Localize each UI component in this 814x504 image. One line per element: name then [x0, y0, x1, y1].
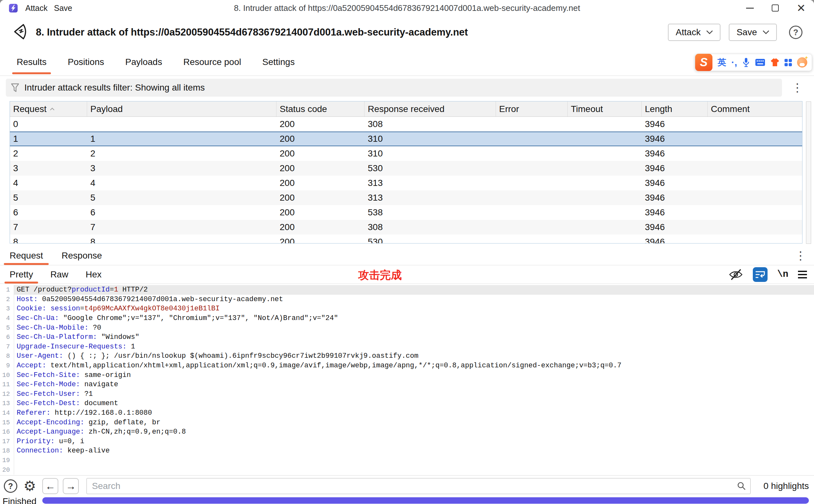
line-number: 11	[0, 380, 14, 389]
table-cell	[496, 132, 568, 146]
table-row[interactable]: 442003133946	[10, 176, 802, 190]
table-row[interactable]: 552003133946	[10, 190, 802, 205]
help-icon[interactable]: ?	[789, 26, 802, 39]
column-header-timeout[interactable]: Timeout	[568, 101, 642, 116]
line-number: 8	[0, 351, 14, 361]
keyboard-icon[interactable]	[755, 59, 765, 66]
tab-pretty[interactable]: Pretty	[8, 265, 35, 284]
tab-raw[interactable]: Raw	[48, 265, 70, 284]
tab-results[interactable]: Results	[15, 49, 48, 76]
table-cell: 200	[277, 176, 365, 190]
table-cell: 200	[277, 161, 365, 176]
editor-line: 14Referer: http://192.168.0.1:8080	[0, 408, 814, 418]
table-cell: 200	[277, 205, 365, 220]
table-cell	[708, 146, 802, 161]
table-cell: 313	[365, 176, 496, 190]
column-header-payload[interactable]: Payload	[87, 101, 277, 116]
line-number: 4	[0, 314, 14, 323]
search-help-icon[interactable]: ?	[4, 479, 17, 493]
table-row[interactable]: 112003103946	[10, 132, 802, 146]
results-table-header: Request Payload Status code Response rec…	[10, 101, 802, 117]
editor-line: 5Sec-Ch-Ua-Mobile: ?0	[0, 323, 814, 332]
table-row[interactable]: 882005303946	[10, 235, 802, 244]
column-header-request[interactable]: Request	[10, 101, 87, 116]
previous-match-button[interactable]: ←	[42, 478, 58, 494]
tab-request[interactable]: Request	[8, 246, 45, 265]
editor-line: 11Sec-Fetch-Mode: navigate	[0, 380, 814, 389]
table-cell	[568, 205, 642, 220]
tab-resource-pool[interactable]: Resource pool	[182, 49, 243, 76]
word-wrap-toggle[interactable]	[753, 267, 768, 282]
punctuation-icon[interactable]: ·,	[731, 59, 737, 66]
menu-save[interactable]: Save	[51, 2, 75, 14]
gear-icon[interactable]: ⚙	[22, 479, 38, 493]
next-match-button[interactable]: →	[63, 478, 79, 494]
results-filter-bar[interactable]: Intruder attack results filter: Showing …	[6, 79, 782, 97]
attack-dropdown-button[interactable]: Attack	[668, 24, 721, 41]
tab-settings[interactable]: Settings	[261, 49, 296, 76]
save-dropdown-button[interactable]: Save	[729, 24, 777, 41]
table-cell: 5	[87, 190, 277, 205]
maximize-button[interactable]	[772, 4, 779, 12]
table-row[interactable]: 772003083946	[10, 220, 802, 235]
table-scrollbar[interactable]	[806, 101, 811, 244]
column-header-length[interactable]: Length	[642, 101, 708, 116]
table-cell	[568, 176, 642, 190]
column-header-comment[interactable]: Comment	[708, 101, 802, 116]
fox-assistant-icon[interactable]: ✦	[797, 57, 807, 68]
table-row[interactable]: 332005303946	[10, 161, 802, 176]
table-row[interactable]: 02003083946	[10, 117, 802, 132]
attack-status-label: Finished	[3, 496, 36, 504]
table-cell: 530	[365, 235, 496, 244]
table-cell	[708, 220, 802, 235]
attack-complete-annotation: 攻击完成	[358, 268, 402, 283]
newline-toggle[interactable]: \n	[777, 269, 788, 280]
editor-line: 15Accept-Encoding: gzip, deflate, br	[0, 418, 814, 427]
column-header-error[interactable]: Error	[496, 101, 568, 116]
intruder-app-icon	[9, 4, 18, 12]
hide-eye-icon[interactable]	[729, 268, 743, 281]
menu-attack[interactable]: Attack	[22, 2, 51, 14]
sogou-logo[interactable]: S	[695, 54, 713, 71]
minimize-button[interactable]	[746, 8, 754, 9]
close-button[interactable]: ✕	[797, 4, 806, 12]
request-line: Sec-Fetch-Site: same-origin	[14, 370, 814, 380]
request-line: Sec-Fetch-User: ?1	[14, 389, 814, 399]
ime-toolbar: S 英 ·, ✦	[695, 54, 812, 71]
editor-line: 17Priority: u=0, i	[0, 437, 814, 446]
tab-response[interactable]: Response	[60, 246, 104, 265]
table-cell	[568, 235, 642, 244]
table-cell: 1	[87, 132, 277, 146]
skin-icon[interactable]	[770, 58, 779, 67]
table-cell: 3	[10, 161, 87, 176]
search-input[interactable]	[86, 478, 751, 494]
tab-positions[interactable]: Positions	[66, 49, 105, 76]
toolbox-icon[interactable]	[785, 59, 792, 66]
request-line: GET /product?productId=1 HTTP/2	[14, 285, 814, 295]
tab-hex[interactable]: Hex	[84, 265, 103, 284]
editor-line: 10Sec-Fetch-Site: same-origin	[0, 370, 814, 380]
message-kebab-menu[interactable]: ⋮	[790, 250, 811, 261]
table-cell	[708, 161, 802, 176]
window-titlebar: Attack Save 8. Intruder attack of https:…	[0, 0, 814, 16]
table-cell: 3946	[642, 190, 708, 205]
table-cell: 530	[365, 161, 496, 176]
table-cell: 308	[365, 220, 496, 235]
editor-line: 8User-Agent: () { :; }; /usr/bin/nslooku…	[0, 351, 814, 361]
tab-payloads[interactable]: Payloads	[124, 49, 163, 76]
column-header-status-code[interactable]: Status code	[277, 101, 365, 116]
table-row[interactable]: 222003103946	[10, 146, 802, 161]
request-editor[interactable]: 1GET /product?productId=1 HTTP/22Host: 0…	[0, 284, 814, 475]
column-header-response-received[interactable]: Response received	[365, 101, 496, 116]
table-cell	[496, 161, 568, 176]
table-cell: 200	[277, 235, 365, 244]
request-line: Accept-Encoding: gzip, deflate, br	[14, 418, 814, 427]
voice-icon[interactable]	[742, 57, 750, 68]
editor-menu-icon[interactable]	[798, 271, 807, 278]
table-row[interactable]: 662005383946	[10, 205, 802, 220]
filter-kebab-menu[interactable]: ⋮	[787, 82, 808, 93]
table-cell	[496, 146, 568, 161]
table-cell: 313	[365, 190, 496, 205]
editor-line: 13Sec-Fetch-Dest: document	[0, 399, 814, 408]
english-mode-icon[interactable]: 英	[718, 57, 726, 68]
